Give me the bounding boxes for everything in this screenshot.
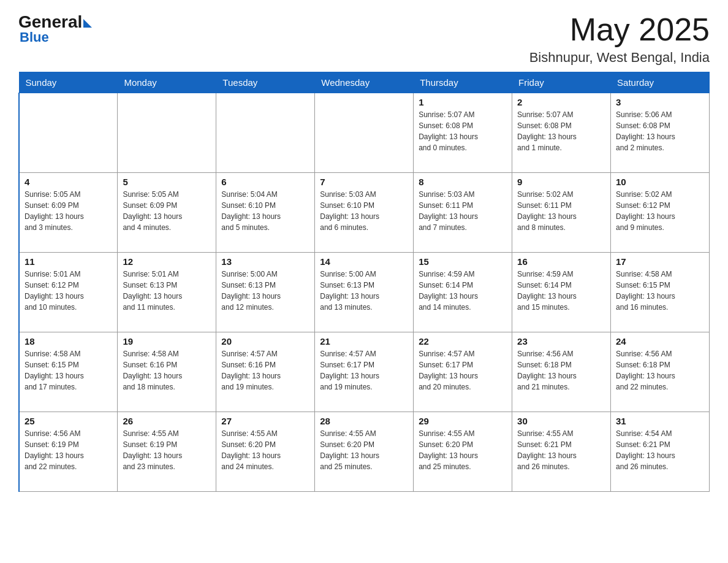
calendar-cell: 20Sunrise: 4:57 AMSunset: 6:16 PMDayligh… xyxy=(216,332,315,412)
calendar-cell: 18Sunrise: 4:58 AMSunset: 6:15 PMDayligh… xyxy=(19,332,118,412)
day-info: Sunrise: 5:04 AMSunset: 6:10 PMDaylight:… xyxy=(221,189,309,233)
day-info: Sunrise: 5:01 AMSunset: 6:12 PMDaylight:… xyxy=(25,269,112,313)
day-number: 29 xyxy=(419,416,507,426)
day-info: Sunrise: 4:56 AMSunset: 6:18 PMDaylight:… xyxy=(616,348,704,393)
day-info: Sunrise: 5:02 AMSunset: 6:11 PMDaylight:… xyxy=(517,189,605,233)
calendar-cell: 27Sunrise: 4:55 AMSunset: 6:20 PMDayligh… xyxy=(216,412,315,492)
day-info: Sunrise: 4:58 AMSunset: 6:15 PMDaylight:… xyxy=(25,348,112,393)
day-number: 23 xyxy=(517,336,605,347)
calendar-cell: 1Sunrise: 5:07 AMSunset: 6:08 PMDaylight… xyxy=(414,93,512,173)
calendar-cell xyxy=(315,93,414,173)
calendar-week-row: 4Sunrise: 5:05 AMSunset: 6:09 PMDaylight… xyxy=(19,173,710,253)
calendar-cell: 16Sunrise: 4:59 AMSunset: 6:14 PMDayligh… xyxy=(512,253,611,332)
weekday-header-wednesday: Wednesday xyxy=(315,72,414,93)
calendar-cell: 12Sunrise: 5:01 AMSunset: 6:13 PMDayligh… xyxy=(118,253,216,332)
calendar-cell: 26Sunrise: 4:55 AMSunset: 6:19 PMDayligh… xyxy=(118,412,216,492)
header: General Blue May 2025 Bishnupur, West Be… xyxy=(18,12,710,66)
day-number: 28 xyxy=(320,416,408,426)
day-number: 16 xyxy=(517,256,605,267)
day-number: 24 xyxy=(616,336,704,347)
calendar-cell: 14Sunrise: 5:00 AMSunset: 6:13 PMDayligh… xyxy=(315,253,414,332)
calendar-cell: 30Sunrise: 4:55 AMSunset: 6:21 PMDayligh… xyxy=(512,412,611,492)
day-number: 2 xyxy=(517,97,605,107)
day-number: 21 xyxy=(320,336,408,347)
day-info: Sunrise: 4:56 AMSunset: 6:18 PMDaylight:… xyxy=(517,348,605,393)
weekday-header-sunday: Sunday xyxy=(19,72,118,93)
calendar-cell: 19Sunrise: 4:58 AMSunset: 6:16 PMDayligh… xyxy=(118,332,216,412)
month-title: May 2025 xyxy=(529,12,710,47)
day-info: Sunrise: 4:55 AMSunset: 6:20 PMDaylight:… xyxy=(419,428,507,472)
calendar-week-row: 11Sunrise: 5:01 AMSunset: 6:12 PMDayligh… xyxy=(19,253,710,332)
day-number: 17 xyxy=(616,256,704,267)
day-number: 5 xyxy=(123,177,211,187)
calendar-cell: 3Sunrise: 5:06 AMSunset: 6:08 PMDaylight… xyxy=(611,93,710,173)
day-info: Sunrise: 4:55 AMSunset: 6:20 PMDaylight:… xyxy=(320,428,408,472)
calendar-week-row: 1Sunrise: 5:07 AMSunset: 6:08 PMDaylight… xyxy=(19,93,710,173)
weekday-header-saturday: Saturday xyxy=(611,72,710,93)
day-number: 1 xyxy=(419,97,507,107)
day-number: 19 xyxy=(123,336,211,347)
day-info: Sunrise: 4:57 AMSunset: 6:17 PMDaylight:… xyxy=(419,348,507,393)
day-info: Sunrise: 4:56 AMSunset: 6:19 PMDaylight:… xyxy=(25,428,112,472)
day-info: Sunrise: 5:03 AMSunset: 6:11 PMDaylight:… xyxy=(419,189,507,233)
calendar-cell: 5Sunrise: 5:05 AMSunset: 6:09 PMDaylight… xyxy=(118,173,216,253)
calendar-cell: 29Sunrise: 4:55 AMSunset: 6:20 PMDayligh… xyxy=(414,412,512,492)
logo-triangle-icon xyxy=(83,19,92,28)
day-number: 25 xyxy=(25,416,112,426)
day-number: 11 xyxy=(25,256,112,267)
day-info: Sunrise: 4:57 AMSunset: 6:16 PMDaylight:… xyxy=(221,348,309,393)
calendar-cell: 25Sunrise: 4:56 AMSunset: 6:19 PMDayligh… xyxy=(19,412,118,492)
day-info: Sunrise: 5:05 AMSunset: 6:09 PMDaylight:… xyxy=(123,189,211,233)
day-number: 9 xyxy=(517,177,605,187)
day-info: Sunrise: 5:01 AMSunset: 6:13 PMDaylight:… xyxy=(123,269,211,313)
calendar-cell: 6Sunrise: 5:04 AMSunset: 6:10 PMDaylight… xyxy=(216,173,315,253)
calendar-week-row: 25Sunrise: 4:56 AMSunset: 6:19 PMDayligh… xyxy=(19,412,710,492)
day-info: Sunrise: 4:55 AMSunset: 6:21 PMDaylight:… xyxy=(517,428,605,472)
day-number: 22 xyxy=(419,336,507,347)
weekday-header-friday: Friday xyxy=(512,72,611,93)
calendar-cell: 4Sunrise: 5:05 AMSunset: 6:09 PMDaylight… xyxy=(19,173,118,253)
logo: General Blue xyxy=(18,12,92,45)
calendar-week-row: 18Sunrise: 4:58 AMSunset: 6:15 PMDayligh… xyxy=(19,332,710,412)
day-number: 8 xyxy=(419,177,507,187)
weekday-header-monday: Monday xyxy=(118,72,216,93)
day-info: Sunrise: 5:00 AMSunset: 6:13 PMDaylight:… xyxy=(221,269,309,313)
calendar-cell: 11Sunrise: 5:01 AMSunset: 6:12 PMDayligh… xyxy=(19,253,118,332)
day-info: Sunrise: 5:03 AMSunset: 6:10 PMDaylight:… xyxy=(320,189,408,233)
day-number: 15 xyxy=(419,256,507,267)
calendar-cell: 10Sunrise: 5:02 AMSunset: 6:12 PMDayligh… xyxy=(611,173,710,253)
calendar-cell xyxy=(118,93,216,173)
day-number: 3 xyxy=(616,97,704,107)
calendar-cell: 21Sunrise: 4:57 AMSunset: 6:17 PMDayligh… xyxy=(315,332,414,412)
day-info: Sunrise: 4:59 AMSunset: 6:14 PMDaylight:… xyxy=(419,269,507,313)
calendar-table: SundayMondayTuesdayWednesdayThursdayFrid… xyxy=(18,72,710,492)
day-number: 20 xyxy=(221,336,309,347)
calendar-cell: 31Sunrise: 4:54 AMSunset: 6:21 PMDayligh… xyxy=(611,412,710,492)
day-info: Sunrise: 5:02 AMSunset: 6:12 PMDaylight:… xyxy=(616,189,704,233)
day-info: Sunrise: 4:55 AMSunset: 6:19 PMDaylight:… xyxy=(123,428,211,472)
calendar-cell: 13Sunrise: 5:00 AMSunset: 6:13 PMDayligh… xyxy=(216,253,315,332)
weekday-header-thursday: Thursday xyxy=(414,72,512,93)
day-info: Sunrise: 4:54 AMSunset: 6:21 PMDaylight:… xyxy=(616,428,704,472)
location-title: Bishnupur, West Bengal, India xyxy=(529,50,710,66)
day-info: Sunrise: 5:00 AMSunset: 6:13 PMDaylight:… xyxy=(320,269,408,313)
day-number: 12 xyxy=(123,256,211,267)
day-number: 27 xyxy=(221,416,309,426)
day-info: Sunrise: 5:07 AMSunset: 6:08 PMDaylight:… xyxy=(419,109,507,153)
weekday-header-row: SundayMondayTuesdayWednesdayThursdayFrid… xyxy=(19,72,710,93)
calendar-cell: 24Sunrise: 4:56 AMSunset: 6:18 PMDayligh… xyxy=(611,332,710,412)
calendar-cell: 7Sunrise: 5:03 AMSunset: 6:10 PMDaylight… xyxy=(315,173,414,253)
day-info: Sunrise: 4:58 AMSunset: 6:15 PMDaylight:… xyxy=(616,269,704,313)
day-info: Sunrise: 5:07 AMSunset: 6:08 PMDaylight:… xyxy=(517,109,605,153)
calendar-cell: 9Sunrise: 5:02 AMSunset: 6:11 PMDaylight… xyxy=(512,173,611,253)
calendar-cell: 17Sunrise: 4:58 AMSunset: 6:15 PMDayligh… xyxy=(611,253,710,332)
day-number: 6 xyxy=(221,177,309,187)
calendar-cell xyxy=(216,93,315,173)
day-info: Sunrise: 5:05 AMSunset: 6:09 PMDaylight:… xyxy=(25,189,112,233)
day-number: 26 xyxy=(123,416,211,426)
day-info: Sunrise: 4:57 AMSunset: 6:17 PMDaylight:… xyxy=(320,348,408,393)
day-number: 18 xyxy=(25,336,112,347)
calendar-cell: 2Sunrise: 5:07 AMSunset: 6:08 PMDaylight… xyxy=(512,93,611,173)
day-number: 31 xyxy=(616,416,704,426)
day-info: Sunrise: 4:58 AMSunset: 6:16 PMDaylight:… xyxy=(123,348,211,393)
